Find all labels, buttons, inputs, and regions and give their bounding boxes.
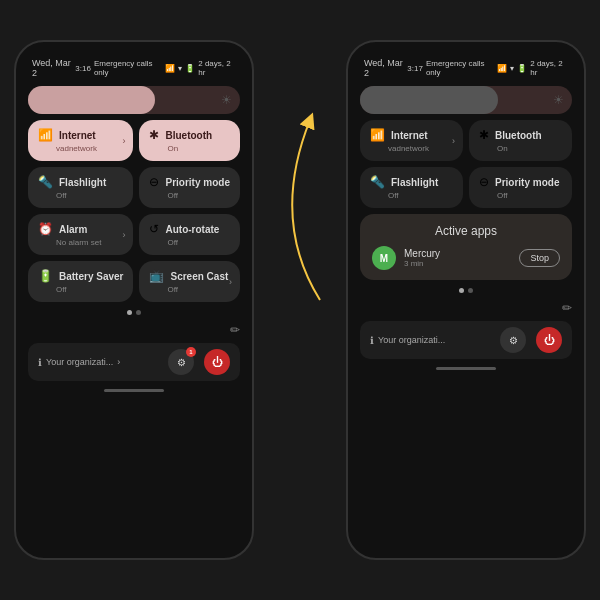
right-home-bar bbox=[436, 367, 496, 370]
right-internet-chevron: › bbox=[452, 136, 455, 146]
stop-button[interactable]: Stop bbox=[519, 249, 560, 267]
alarm-sub: No alarm set bbox=[38, 238, 123, 247]
left-time: 3:16 bbox=[75, 64, 91, 73]
right-bluetooth-sub: On bbox=[479, 144, 562, 153]
mercury-icon: M bbox=[372, 246, 396, 270]
right-tile-flashlight[interactable]: 🔦 Flashlight Off bbox=[360, 167, 463, 208]
settings-button[interactable]: ⚙ 1 bbox=[168, 349, 194, 375]
active-apps-title: Active apps bbox=[372, 224, 560, 238]
battery-title: Battery Saver bbox=[59, 271, 123, 282]
left-phone: Wed, Mar 2 3:16 Emergency calls only 📶 ▾… bbox=[14, 40, 254, 560]
right-flashlight-sub: Off bbox=[370, 191, 453, 200]
tile-priority[interactable]: ⊖ Priority mode Off bbox=[139, 167, 240, 208]
right-internet-title: Internet bbox=[391, 130, 428, 141]
right-phone: Wed, Mar 2 3:17 Emergency calls only 📶 ▾… bbox=[346, 40, 586, 560]
info-icon: ℹ bbox=[38, 357, 42, 368]
screencast-title: Screen Cast bbox=[170, 271, 228, 282]
right-signal-icon: 📶 bbox=[497, 64, 507, 73]
internet-icon: 📶 bbox=[38, 128, 53, 142]
priority-sub: Off bbox=[149, 191, 230, 200]
left-wifi-icon: ▾ bbox=[178, 64, 182, 73]
right-info-icon: ℹ bbox=[370, 335, 374, 346]
bluetooth-icon: ✱ bbox=[149, 128, 159, 142]
battery-sub: Off bbox=[38, 285, 123, 294]
tile-alarm[interactable]: ⏰ Alarm › No alarm set bbox=[28, 214, 133, 255]
tile-flashlight[interactable]: 🔦 Flashlight Off bbox=[28, 167, 133, 208]
bluetooth-sub: On bbox=[149, 144, 230, 153]
right-tile-bluetooth[interactable]: ✱ Bluetooth On bbox=[469, 120, 572, 161]
left-brightness-bar[interactable]: ☀ bbox=[28, 86, 240, 114]
settings-badge: 1 bbox=[186, 347, 196, 357]
tile-internet[interactable]: 📶 Internet › vadnetwork bbox=[28, 120, 133, 161]
active-apps-panel: Active apps M Mercury 3 min Stop bbox=[360, 214, 572, 280]
arrow-svg bbox=[250, 40, 350, 340]
left-status-bar: Wed, Mar 2 3:16 Emergency calls only 📶 ▾… bbox=[28, 54, 240, 80]
right-priority-sub: Off bbox=[479, 191, 562, 200]
right-battery-text: 2 days, 2 hr bbox=[530, 59, 568, 77]
org-chevron: › bbox=[117, 357, 120, 367]
left-brightness-icon: ☀ bbox=[221, 93, 232, 107]
autorotate-title: Auto-rotate bbox=[165, 224, 219, 235]
right-status-text: Emergency calls only bbox=[426, 59, 494, 77]
alarm-icon: ⏰ bbox=[38, 222, 53, 236]
right-dot-2 bbox=[468, 288, 473, 293]
tile-autorotate[interactable]: ↺ Auto-rotate Off bbox=[139, 214, 240, 255]
right-power-button[interactable]: ⏻ bbox=[536, 327, 562, 353]
left-status-text: Emergency calls only bbox=[94, 59, 162, 77]
internet-sub: vadnetwork bbox=[38, 144, 123, 153]
right-priority-icon: ⊖ bbox=[479, 175, 489, 189]
mercury-info: Mercury 3 min bbox=[404, 248, 511, 268]
right-internet-icon: 📶 bbox=[370, 128, 385, 142]
right-flashlight-icon: 🔦 bbox=[370, 175, 385, 189]
right-bluetooth-icon: ✱ bbox=[479, 128, 489, 142]
mercury-time: 3 min bbox=[404, 259, 511, 268]
left-signal-icon: 📶 bbox=[165, 64, 175, 73]
right-tile-internet[interactable]: 📶 Internet › vadnetwork bbox=[360, 120, 463, 161]
priority-title: Priority mode bbox=[165, 177, 229, 188]
flashlight-sub: Off bbox=[38, 191, 123, 200]
flashlight-icon: 🔦 bbox=[38, 175, 53, 189]
alarm-title: Alarm bbox=[59, 224, 87, 235]
left-status-right: 3:16 Emergency calls only 📶 ▾ 🔋 2 days, … bbox=[75, 59, 236, 77]
right-org-bar[interactable]: ℹ Your organizati... ⚙ ⏻ bbox=[360, 321, 572, 359]
left-battery-text: 2 days, 2 hr bbox=[198, 59, 236, 77]
priority-icon: ⊖ bbox=[149, 175, 159, 189]
screencast-chevron: › bbox=[229, 277, 232, 287]
internet-chevron: › bbox=[122, 136, 125, 146]
right-brightness-bar[interactable]: ☀ bbox=[360, 86, 572, 114]
flashlight-title: Flashlight bbox=[59, 177, 106, 188]
left-org-bar[interactable]: ℹ Your organizati... › ⚙ 1 ⏻ bbox=[28, 343, 240, 381]
right-time: 3:17 bbox=[407, 64, 423, 73]
dot-2 bbox=[136, 310, 141, 315]
autorotate-sub: Off bbox=[149, 238, 230, 247]
right-edit-icon[interactable]: ✏ bbox=[360, 301, 572, 315]
bluetooth-title: Bluetooth bbox=[165, 130, 212, 141]
tile-bluetooth[interactable]: ✱ Bluetooth On bbox=[139, 120, 240, 161]
edit-icon[interactable]: ✏ bbox=[28, 323, 240, 337]
right-tile-priority[interactable]: ⊖ Priority mode Off bbox=[469, 167, 572, 208]
dot-1 bbox=[127, 310, 132, 315]
right-priority-title: Priority mode bbox=[495, 177, 559, 188]
arrow-container bbox=[270, 40, 330, 340]
battery-icon: 🔋 bbox=[38, 269, 53, 283]
left-page-dots bbox=[28, 310, 240, 315]
right-flashlight-title: Flashlight bbox=[391, 177, 438, 188]
right-bottom-icons: ⚙ ⏻ bbox=[500, 327, 562, 353]
right-settings-button[interactable]: ⚙ bbox=[500, 327, 526, 353]
right-status-right: 3:17 Emergency calls only 📶 ▾ 🔋 2 days, … bbox=[407, 59, 568, 77]
left-org-text: ℹ Your organizati... › bbox=[38, 357, 120, 368]
right-bluetooth-title: Bluetooth bbox=[495, 130, 542, 141]
right-quick-tiles: 📶 Internet › vadnetwork ✱ Bluetooth On 🔦… bbox=[360, 120, 572, 208]
mercury-name: Mercury bbox=[404, 248, 511, 259]
right-page-dots bbox=[360, 288, 572, 293]
power-button[interactable]: ⏻ bbox=[204, 349, 230, 375]
right-date: Wed, Mar 2 bbox=[364, 58, 407, 78]
right-internet-sub: vadnetwork bbox=[370, 144, 453, 153]
right-brightness-icon: ☀ bbox=[553, 93, 564, 107]
tile-battery[interactable]: 🔋 Battery Saver Off bbox=[28, 261, 133, 302]
left-battery-icon: 🔋 bbox=[185, 64, 195, 73]
right-dot-1 bbox=[459, 288, 464, 293]
tile-screencast[interactable]: 📺 Screen Cast › Off bbox=[139, 261, 240, 302]
left-home-bar bbox=[104, 389, 164, 392]
right-battery-icon: 🔋 bbox=[517, 64, 527, 73]
